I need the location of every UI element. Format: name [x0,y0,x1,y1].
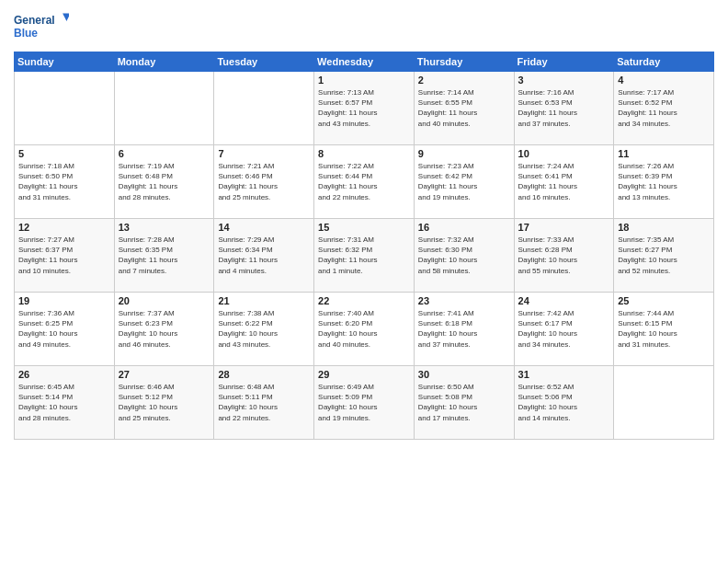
cell-content: Sunrise: 7:37 AM Sunset: 6:23 PM Dayligh… [119,308,210,350]
day-number: 7 [218,148,310,159]
day-number: 21 [218,295,310,306]
cell-content: Sunrise: 7:17 AM Sunset: 6:52 PM Dayligh… [618,87,710,129]
day-number: 2 [418,75,510,86]
day-number: 4 [618,75,710,86]
day-number: 18 [618,222,710,233]
week-row-4: 26Sunrise: 6:45 AM Sunset: 5:14 PM Dayli… [15,366,714,440]
calendar-cell: 19Sunrise: 7:36 AM Sunset: 6:25 PM Dayli… [15,293,115,366]
cell-content: Sunrise: 7:35 AM Sunset: 6:27 PM Dayligh… [618,235,710,276]
week-row-1: 5Sunrise: 7:18 AM Sunset: 6:50 PM Daylig… [15,145,714,219]
cell-content: Sunrise: 6:46 AM Sunset: 5:12 PM Dayligh… [119,382,210,423]
calendar-cell: 8Sunrise: 7:22 AM Sunset: 6:44 PM Daylig… [314,145,415,219]
day-header-sunday: Sunday [15,52,115,72]
day-number: 14 [218,222,310,233]
calendar-cell: 17Sunrise: 7:33 AM Sunset: 6:28 PM Dayli… [514,219,614,293]
calendar-cell [614,366,714,440]
calendar-cell: 18Sunrise: 7:35 AM Sunset: 6:27 PM Dayli… [614,219,714,293]
day-header-friday: Friday [514,52,614,72]
cell-content: Sunrise: 7:13 AM Sunset: 6:57 PM Dayligh… [318,87,410,129]
day-number: 31 [518,369,610,380]
cell-content: Sunrise: 7:24 AM Sunset: 6:41 PM Dayligh… [518,161,610,202]
cell-content: Sunrise: 7:21 AM Sunset: 6:46 PM Dayligh… [218,161,310,202]
cell-content: Sunrise: 6:45 AM Sunset: 5:14 PM Dayligh… [18,382,110,423]
logo-svg: General Blue [14,9,69,44]
day-number: 25 [618,295,710,306]
week-row-2: 12Sunrise: 7:27 AM Sunset: 6:37 PM Dayli… [15,219,714,293]
day-number: 16 [418,222,510,233]
day-number: 11 [618,148,710,159]
calendar-cell: 4Sunrise: 7:17 AM Sunset: 6:52 PM Daylig… [614,72,714,145]
calendar-cell: 3Sunrise: 7:16 AM Sunset: 6:53 PM Daylig… [514,72,614,145]
calendar-cell: 20Sunrise: 7:37 AM Sunset: 6:23 PM Dayli… [114,293,214,366]
week-row-3: 19Sunrise: 7:36 AM Sunset: 6:25 PM Dayli… [15,293,714,366]
day-header-saturday: Saturday [614,52,714,72]
week-row-0: 1Sunrise: 7:13 AM Sunset: 6:57 PM Daylig… [15,72,714,145]
day-number: 8 [318,148,410,159]
day-number: 23 [418,295,510,306]
calendar-cell: 30Sunrise: 6:50 AM Sunset: 5:08 PM Dayli… [414,366,514,440]
calendar-cell: 6Sunrise: 7:19 AM Sunset: 6:48 PM Daylig… [114,145,214,219]
cell-content: Sunrise: 7:33 AM Sunset: 6:28 PM Dayligh… [518,235,610,276]
day-number: 20 [119,295,210,306]
cell-content: Sunrise: 7:28 AM Sunset: 6:35 PM Dayligh… [119,235,210,276]
cell-content: Sunrise: 7:19 AM Sunset: 6:48 PM Dayligh… [119,161,210,202]
calendar-cell: 28Sunrise: 6:48 AM Sunset: 5:11 PM Dayli… [214,366,314,440]
day-number: 6 [119,148,210,159]
day-number: 28 [218,369,310,380]
day-number: 19 [18,295,110,306]
cell-content: Sunrise: 7:36 AM Sunset: 6:25 PM Dayligh… [18,308,110,350]
calendar-cell: 14Sunrise: 7:29 AM Sunset: 6:34 PM Dayli… [214,219,314,293]
calendar: SundayMondayTuesdayWednesdayThursdayFrid… [14,52,714,440]
logo: General Blue [14,9,69,44]
cell-content: Sunrise: 7:26 AM Sunset: 6:39 PM Dayligh… [618,161,710,202]
header-row: SundayMondayTuesdayWednesdayThursdayFrid… [15,52,714,72]
day-number: 17 [518,222,610,233]
calendar-cell: 13Sunrise: 7:28 AM Sunset: 6:35 PM Dayli… [114,219,214,293]
day-number: 1 [318,75,410,86]
cell-content: Sunrise: 7:18 AM Sunset: 6:50 PM Dayligh… [18,161,110,202]
calendar-cell: 25Sunrise: 7:44 AM Sunset: 6:15 PM Dayli… [614,293,714,366]
cell-content: Sunrise: 7:32 AM Sunset: 6:30 PM Dayligh… [418,235,510,276]
calendar-cell: 21Sunrise: 7:38 AM Sunset: 6:22 PM Dayli… [214,293,314,366]
calendar-cell: 27Sunrise: 6:46 AM Sunset: 5:12 PM Dayli… [114,366,214,440]
calendar-cell: 12Sunrise: 7:27 AM Sunset: 6:37 PM Dayli… [15,219,115,293]
cell-content: Sunrise: 7:40 AM Sunset: 6:20 PM Dayligh… [318,308,410,350]
calendar-cell: 7Sunrise: 7:21 AM Sunset: 6:46 PM Daylig… [214,145,314,219]
calendar-cell [15,72,115,145]
svg-marker-2 [63,13,69,21]
day-number: 24 [518,295,610,306]
calendar-cell: 22Sunrise: 7:40 AM Sunset: 6:20 PM Dayli… [314,293,415,366]
day-number: 26 [18,369,110,380]
cell-content: Sunrise: 6:52 AM Sunset: 5:06 PM Dayligh… [518,382,610,423]
day-number: 15 [318,222,410,233]
day-number: 22 [318,295,410,306]
day-number: 29 [318,369,410,380]
cell-content: Sunrise: 7:38 AM Sunset: 6:22 PM Dayligh… [218,308,310,350]
cell-content: Sunrise: 6:50 AM Sunset: 5:08 PM Dayligh… [418,382,510,423]
cell-content: Sunrise: 7:29 AM Sunset: 6:34 PM Dayligh… [218,235,310,276]
calendar-cell: 11Sunrise: 7:26 AM Sunset: 6:39 PM Dayli… [614,145,714,219]
day-number: 3 [518,75,610,86]
cell-content: Sunrise: 7:22 AM Sunset: 6:44 PM Dayligh… [318,161,410,202]
day-number: 13 [119,222,210,233]
calendar-cell: 26Sunrise: 6:45 AM Sunset: 5:14 PM Dayli… [15,366,115,440]
day-number: 5 [18,148,110,159]
cell-content: Sunrise: 7:31 AM Sunset: 6:32 PM Dayligh… [318,235,410,276]
calendar-cell: 23Sunrise: 7:41 AM Sunset: 6:18 PM Dayli… [414,293,514,366]
cell-content: Sunrise: 7:44 AM Sunset: 6:15 PM Dayligh… [618,308,710,350]
calendar-cell: 31Sunrise: 6:52 AM Sunset: 5:06 PM Dayli… [514,366,614,440]
day-number: 10 [518,148,610,159]
cell-content: Sunrise: 7:27 AM Sunset: 6:37 PM Dayligh… [18,235,110,276]
calendar-cell [114,72,214,145]
header: General Blue [14,9,714,44]
day-number: 12 [18,222,110,233]
svg-text:General: General [14,14,55,27]
day-number: 9 [418,148,510,159]
cell-content: Sunrise: 7:41 AM Sunset: 6:18 PM Dayligh… [418,308,510,350]
svg-text:Blue: Blue [14,27,38,40]
calendar-cell: 1Sunrise: 7:13 AM Sunset: 6:57 PM Daylig… [314,72,415,145]
calendar-cell: 5Sunrise: 7:18 AM Sunset: 6:50 PM Daylig… [15,145,115,219]
page: General Blue SundayMondayTuesdayWednesda… [0,0,728,563]
calendar-cell: 16Sunrise: 7:32 AM Sunset: 6:30 PM Dayli… [414,219,514,293]
day-header-thursday: Thursday [414,52,514,72]
